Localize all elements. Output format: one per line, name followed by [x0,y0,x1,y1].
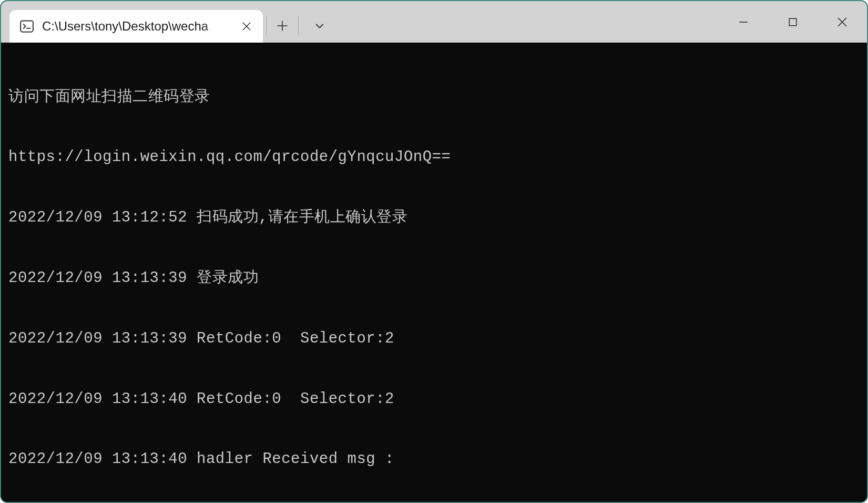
tab-title: C:\Users\tony\Desktop\wecha [42,19,230,34]
tab-divider-2 [298,15,299,36]
tab-close-button[interactable] [238,17,256,35]
terminal-window: C:\Users\tony\Desktop\wecha [0,0,868,503]
terminal-line: 2022/12/09 13:13:39 登录成功 [8,268,860,288]
terminal-line: 2022/12/09 13:13:39 RetCode:0 Selector:2 [8,329,860,349]
tab-active[interactable]: C:\Users\tony\Desktop\wecha [9,10,263,43]
terminal-line: 访问下面网址扫描二维码登录 [8,87,860,107]
terminal-line: 2022/12/09 13:12:52 扫码成功,请在手机上确认登录 [8,208,860,228]
minimize-button[interactable] [719,6,768,38]
svg-rect-1 [789,18,796,26]
terminal-icon [19,18,35,34]
terminal-output[interactable]: 访问下面网址扫描二维码登录 https://login.weixin.qq.co… [1,43,867,503]
terminal-line: 2022/12/09 13:13:40 hadler Received msg … [8,449,860,469]
close-button[interactable] [818,6,867,38]
tabs-area: C:\Users\tony\Desktop\wecha [1,1,719,43]
titlebar: C:\Users\tony\Desktop\wecha [1,1,867,43]
svg-rect-0 [21,21,33,32]
terminal-line: 2022/12/09 13:13:40 RetCode:0 Selector:2 [8,389,860,409]
new-tab-button[interactable] [270,13,295,38]
tab-divider [266,15,267,36]
maximize-button[interactable] [768,6,818,38]
terminal-line: https://login.weixin.qq.com/qrcode/gYnqc… [8,147,860,167]
window-controls [719,1,867,43]
tab-dropdown-button[interactable] [307,13,332,38]
